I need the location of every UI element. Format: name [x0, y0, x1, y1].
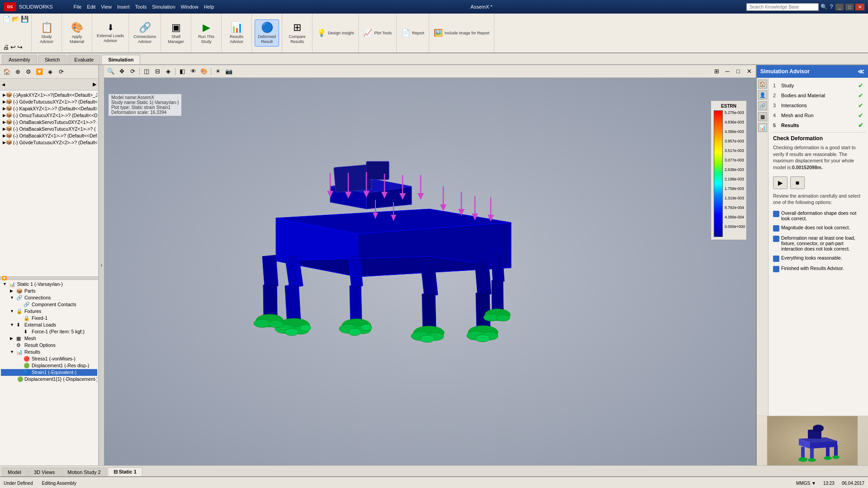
advisor-close-btn[interactable]: ≪	[858, 68, 864, 75]
redo-icon[interactable]: ↪	[17, 43, 23, 51]
vp-view2-btn[interactable]: ⊟	[152, 66, 162, 76]
close-btn[interactable]: ✕	[855, 4, 864, 10]
btab-static1[interactable]: ⊟ Static 1	[108, 467, 142, 476]
option-5[interactable]: Finished with Results Advisor.	[771, 264, 865, 274]
vp-quad-btn[interactable]: ⊞	[711, 66, 721, 76]
design-insight-btn[interactable]: 💡 Design Insight	[313, 14, 359, 52]
view-settings-btn[interactable]: ⚙	[24, 67, 33, 77]
external-loads-advisor-btn[interactable]: ⬇ External LoadsAdvisor	[92, 14, 129, 52]
tree-item[interactable]: ▶ 📦 (-) OrtaBacakServoTutucu0XYZ<1>->? (	[1, 118, 97, 125]
deformed-result-btn[interactable]: 🔵 DeformedResult	[252, 14, 282, 52]
units-selector[interactable]: MMGS ▼	[796, 481, 816, 486]
open-icon[interactable]: 📂	[12, 15, 19, 23]
vp-display-btn[interactable]: ◈	[163, 66, 173, 76]
connections-advisor-btn[interactable]: 🔗 ConnectionsAdvisor	[129, 14, 161, 52]
expand-left-btn[interactable]: ◀	[2, 82, 5, 87]
tree-item[interactable]: ▶ 📦 (-) OrtaBacakXYZ<1>->? (Default<<Def…	[1, 132, 97, 139]
advisor-icon-2[interactable]: 👤	[758, 90, 767, 99]
left-collapse-bar[interactable]: ‹	[99, 65, 104, 465]
report-btn[interactable]: 📄 Report	[397, 14, 429, 52]
study-tree-item-connections[interactable]: ▼ 🔗 Connections	[1, 294, 97, 301]
advisor-icon-5[interactable]: 📊	[758, 123, 767, 132]
save-icon[interactable]: 💾	[21, 15, 28, 23]
shell-manager-btn[interactable]: ▣ ShellManager	[161, 14, 191, 52]
menu-simulation[interactable]: Simulation	[149, 4, 178, 9]
study-tree-item-fixtures[interactable]: ▼ 🔒 Fixtures	[1, 308, 97, 315]
vp-lights-btn[interactable]: ☀	[213, 66, 223, 76]
option-2[interactable]: Magnitude does not look correct.	[771, 223, 865, 233]
include-image-btn[interactable]: 🖼️ Include Image for Report	[429, 14, 494, 52]
search-input[interactable]	[746, 3, 819, 11]
checklist-item-4[interactable]: 4 Mesh and Run ✔	[771, 110, 865, 120]
vp-appearance-btn[interactable]: 🎨	[199, 66, 209, 76]
study-tree-item-displacement1-1[interactable]: 🟢 Displacement1{1} (-Displacement-)	[1, 376, 97, 383]
tree-item[interactable]: ▶ 📦 (-) GövdeTutucusuXYZ<2>->? (Default<	[1, 139, 97, 146]
filter-btn[interactable]: 🔽	[34, 67, 44, 77]
vp-pan-btn[interactable]: ✥	[117, 66, 127, 76]
tab-assembly[interactable]: Assembly	[2, 55, 37, 64]
btab-motion-study2[interactable]: Motion Study 2	[62, 468, 106, 476]
tab-evaluate[interactable]: Evaluate	[67, 55, 100, 64]
tab-simulation[interactable]: Simulation	[101, 55, 140, 64]
btab-model[interactable]: Model	[2, 468, 27, 476]
checklist-item-3[interactable]: 3 Interactions ✔	[771, 100, 865, 110]
study-tree-item-displacement1[interactable]: 🟢 Displacement1 (-Res disp-)	[1, 362, 97, 369]
checklist-item-1[interactable]: 1 Study ✔	[771, 81, 865, 90]
vp-section-btn[interactable]: ◧	[177, 66, 187, 76]
checklist-item-2[interactable]: 2 Bodies and Material ✔	[771, 90, 865, 100]
menu-edit[interactable]: Edit	[84, 4, 98, 9]
plot-tools-btn[interactable]: 📈 Plot Tools	[359, 14, 397, 52]
study-tree-item-component-contacts[interactable]: 🔗 Component Contacts	[1, 301, 97, 308]
orientation-btn[interactable]: ⟳	[56, 67, 66, 77]
study-tree-item-strain1[interactable]: 🔵 Strain1 (-Equivalent-)	[1, 369, 97, 376]
advisor-icon-3[interactable]: 🔗	[758, 101, 767, 110]
advisor-icon-4[interactable]: ▦	[758, 112, 767, 121]
tree-item[interactable]: ▶ 📦 (-) KapakXYZ<1>->? (Default<<Default…	[1, 105, 97, 112]
apply-material-btn[interactable]: 🎨 ApplyMaterial	[62, 14, 92, 52]
option-4[interactable]: Everything looks reasonable.	[771, 253, 865, 264]
menu-insert[interactable]: Insert	[114, 4, 133, 9]
tree-expand-btn[interactable]: ▶	[93, 81, 96, 87]
help-icon[interactable]: ?	[829, 3, 834, 11]
menu-view[interactable]: View	[98, 4, 114, 9]
vp-maximize-view-btn[interactable]: □	[733, 66, 743, 76]
vp-zoom-btn[interactable]: 🔍	[106, 66, 116, 76]
study-tree-item-external-loads[interactable]: ▼ ⬇ External Loads	[1, 322, 97, 328]
study-tree-item-result-options[interactable]: ⚙ Result Options	[1, 342, 97, 349]
study-tree-item-mesh[interactable]: ▶ ▦ Mesh	[1, 335, 97, 342]
results-advisor-btn[interactable]: 📊 ResultsAdvisor	[222, 14, 252, 52]
menu-file[interactable]: File	[71, 4, 85, 9]
advisor-icon-1[interactable]: 🏠	[758, 80, 767, 89]
play-btn[interactable]: ▶	[773, 176, 787, 189]
display-btn[interactable]: ◈	[45, 67, 55, 77]
vp-minimize-view-btn[interactable]: ─	[722, 66, 732, 76]
tree-item[interactable]: ▶ 📦 (-) OrtaBacakServoTutucuXYZ<1>->? (	[1, 125, 97, 132]
study-tree-item-results[interactable]: ▼ 📊 Results	[1, 349, 97, 355]
vp-rotate-btn[interactable]: ⟳	[128, 66, 138, 76]
undo-icon[interactable]: ↩	[10, 43, 16, 51]
maximize-btn[interactable]: □	[845, 4, 854, 10]
option-3[interactable]: Deformation near at least one load, fixt…	[771, 233, 865, 253]
checklist-item-5[interactable]: 5 Results ✔	[771, 120, 865, 130]
vp-view1-btn[interactable]: ◫	[142, 66, 152, 76]
new-icon[interactable]: 📄	[3, 15, 10, 23]
study-tree-item-parts[interactable]: ▶ 📦 Parts	[1, 288, 97, 294]
study-tree-item-fixed1[interactable]: 🔒 Fixed-1	[1, 315, 97, 322]
option-1[interactable]: Overall deformation shape does not look …	[771, 208, 865, 223]
home-view-btn[interactable]: 🏠	[2, 67, 12, 77]
tree-item[interactable]: ▶ 📦 (-) OmuzTutucuXYZ<1>->? (Default<<D	[1, 112, 97, 118]
zoom-fit-btn[interactable]: ⊕	[13, 67, 23, 77]
tree-item[interactable]: ▶ 📦 (-)AyakXYZ<1>->?(Default<<Default>_J	[1, 91, 97, 98]
stop-btn[interactable]: ■	[790, 176, 805, 189]
vp-close-view-btn[interactable]: ✕	[744, 66, 754, 76]
study-advisor-btn[interactable]: 📋 StudyAdvisor	[32, 14, 62, 52]
minimize-btn[interactable]: _	[835, 4, 844, 10]
vp-camera-btn[interactable]: 📷	[224, 66, 234, 76]
print-icon[interactable]: 🖨	[3, 43, 9, 51]
study-tree-item-static1[interactable]: ▼ 📊 Static 1 (-Varsayılan-)	[1, 281, 97, 288]
vp-hide-btn[interactable]: 👁	[188, 66, 198, 76]
tab-sketch[interactable]: Sketch	[38, 55, 67, 64]
menu-window[interactable]: Window	[178, 4, 201, 9]
menu-tools[interactable]: Tools	[132, 4, 149, 9]
study-tree-item-force1[interactable]: ⬇ Force-1 (Per item: 5 kgf;)	[1, 328, 97, 335]
